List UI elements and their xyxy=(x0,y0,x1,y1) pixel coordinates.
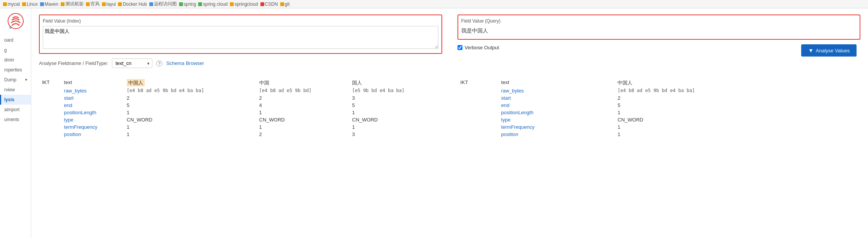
token-3-end: 5 xyxy=(349,102,442,109)
topbar-item-layui[interactable]: layui xyxy=(102,2,116,7)
topbar-item-csdn[interactable]: CSDN xyxy=(260,2,278,7)
bookmark-icon xyxy=(102,2,106,6)
table-row: termFrequency 1 xyxy=(457,123,861,131)
sidebar-item-analysis[interactable]: lysis xyxy=(0,95,31,105)
sidebar-item-label: rview xyxy=(4,87,15,92)
position-length-label[interactable]: positionLength xyxy=(61,109,124,116)
query-token-termfreq: 1 xyxy=(614,123,860,131)
sidebar-item-label: oard xyxy=(4,37,13,43)
table-row: type CN_WORD xyxy=(457,116,861,123)
table-row: start 2 xyxy=(457,94,861,102)
index-panel: Field Value (Index) 我是中国人 Analyse Fieldn… xyxy=(39,15,450,74)
solr-logo: lr xyxy=(6,11,25,31)
query-field-box: Field Value (Query) 我是中国人 xyxy=(457,15,861,40)
verbose-checkbox[interactable] xyxy=(457,45,462,50)
query-start-label[interactable]: start xyxy=(498,94,614,102)
query-token-position: 1 xyxy=(614,131,860,138)
sidebar-item-admin[interactable]: dmin xyxy=(0,55,31,65)
toolbar-row: Analyse Fieldname / FieldType: text_cn t… xyxy=(39,58,442,68)
bookmark-icon xyxy=(22,2,26,6)
sidebar-item-dataimport[interactable]: aimport xyxy=(0,105,31,115)
token-2-poslength: 1 xyxy=(256,109,349,116)
token-3-termfreq: 1 xyxy=(349,123,442,131)
bookmark-icon xyxy=(179,2,183,6)
term-freq-label[interactable]: termFrequency xyxy=(61,123,124,131)
query-field-value: 我是中国人 xyxy=(461,26,857,36)
table-row: positionLength 1 xyxy=(457,109,861,116)
query-token-text: 中国人 xyxy=(614,79,860,87)
field-type-select[interactable]: text_cn text_general text_en xyxy=(112,58,152,68)
index-field-textarea[interactable]: 我是中国人 xyxy=(43,26,438,49)
sidebar-item-label: aimport xyxy=(4,107,19,112)
query-token-end: 5 xyxy=(614,102,860,109)
bookmark-icon xyxy=(40,2,44,6)
table-row: type CN_WORD CN_WORD CN_WORD xyxy=(39,116,442,123)
field-row-label: text xyxy=(61,79,124,87)
query-raw-bytes-label[interactable]: raw_bytes xyxy=(498,87,614,94)
sidebar-item-overview[interactable]: rview xyxy=(0,85,31,95)
sidebar-item-label: Dump xyxy=(4,77,16,83)
type-label[interactable]: type xyxy=(61,116,124,123)
token-1-bytes: [e4 b8 ad e5 9b bd e4 ba ba] xyxy=(124,87,256,94)
verbose-row: Verbose Output xyxy=(457,45,499,50)
topbar-item-dockerhub[interactable]: Docker Hub xyxy=(118,2,147,7)
topbar-item-linux[interactable]: Linux xyxy=(22,2,38,7)
position-label[interactable]: position xyxy=(61,131,124,138)
query-type-label[interactable]: type xyxy=(498,116,614,123)
sidebar-item-label: dmin xyxy=(4,57,14,63)
sidebar-item-documents[interactable]: uments xyxy=(0,115,31,125)
sidebar-item-logging[interactable]: g xyxy=(0,45,31,55)
query-panel: Field Value (Query) 我是中国人 Verbose Output… xyxy=(450,15,861,74)
start-label[interactable]: start xyxy=(61,94,124,102)
table-row: position 1 2 3 xyxy=(39,131,442,138)
table-row: positionLength 1 1 1 xyxy=(39,109,442,116)
token-1-position: 1 xyxy=(124,131,256,138)
topbar-item-git[interactable]: git xyxy=(280,2,290,7)
token-3-position: 3 xyxy=(349,131,442,138)
raw-bytes-label[interactable]: raw_bytes xyxy=(61,87,124,94)
schema-browser-link[interactable]: Schema Browser xyxy=(166,60,204,66)
top-bar: mycat Linux Maven 测试框架 官风 layui Docker H… xyxy=(0,0,868,8)
topbar-item-springcloud2[interactable]: springcloud xyxy=(230,2,258,7)
query-field-label: Field Value (Query) xyxy=(461,18,857,24)
topbar-item-guanfeng[interactable]: 官风 xyxy=(86,1,100,7)
sidebar-item-properties[interactable]: roperties xyxy=(0,65,31,75)
topbar-item-mycat[interactable]: mycat xyxy=(3,2,20,7)
token-highlight-1: 中国人 xyxy=(127,79,145,86)
token-1-start: 2 xyxy=(124,94,256,102)
topbar-item-springcloud[interactable]: spring cloud xyxy=(198,2,228,7)
sidebar-item-dump[interactable]: Dump ▼ xyxy=(0,75,31,85)
chevron-down-icon: ▼ xyxy=(24,78,28,82)
bookmark-icon xyxy=(149,2,153,6)
analyse-button-label: Analyse Values xyxy=(816,48,850,53)
query-termfreq-label[interactable]: termFrequency xyxy=(498,123,614,131)
sidebar: lr oard g dmin roperties Dump ▼ rview ly… xyxy=(0,8,31,238)
bookmark-icon xyxy=(260,2,264,6)
token-1-text: 中国人 xyxy=(124,79,256,87)
help-icon[interactable]: ? xyxy=(156,60,162,66)
bookmark-icon xyxy=(118,2,122,6)
table-row: termFrequency 1 1 1 xyxy=(39,123,442,131)
token-3-start: 3 xyxy=(349,94,442,102)
sidebar-item-dashboard[interactable]: oard xyxy=(0,35,31,45)
token-2-type: CN_WORD xyxy=(256,116,349,123)
query-position-label[interactable]: position xyxy=(498,131,614,138)
index-field-label: Field Value (Index) xyxy=(43,18,438,24)
topbar-item-remote[interactable]: 远程访问图 xyxy=(149,1,177,7)
query-analysis-table: IKT text 中国人 raw_bytes [e4 b8 ad e5 9b b… xyxy=(457,79,861,138)
bookmark-icon xyxy=(61,2,65,6)
token-2-termfreq: 1 xyxy=(256,123,349,131)
topbar-item-testframework[interactable]: 测试框架 xyxy=(61,1,84,7)
query-end-label[interactable]: end xyxy=(498,102,614,109)
topbar-item-maven[interactable]: Maven xyxy=(40,2,58,7)
query-token-poslength: 1 xyxy=(614,109,860,116)
topbar-item-spring[interactable]: spring xyxy=(179,2,196,7)
svg-text:lr: lr xyxy=(10,26,12,29)
token-2-text: 中国 xyxy=(256,79,349,87)
table-row: raw_bytes [e4 b8 ad e5 9b bd e4 ba ba] [… xyxy=(39,87,442,94)
analyse-values-button[interactable]: ▼ Analyse Values xyxy=(801,44,857,57)
query-poslength-label[interactable]: positionLength xyxy=(498,109,614,116)
bookmark-icon xyxy=(86,2,90,6)
end-label[interactable]: end xyxy=(61,102,124,109)
bookmark-icon xyxy=(198,2,202,6)
